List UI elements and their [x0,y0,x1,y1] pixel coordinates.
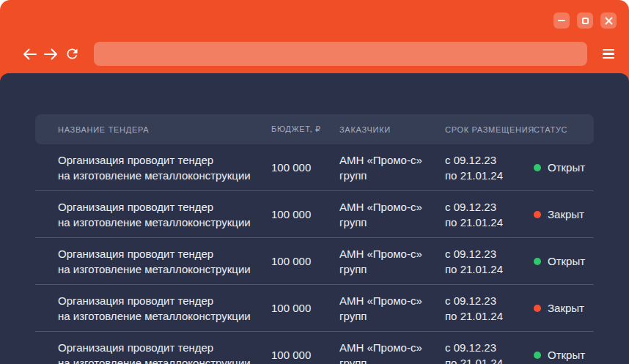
customer-line1: АМН «Промо-с» [339,246,445,261]
customer-cell: АМН «Промо-с» групп [339,199,445,230]
period-line2: по 21.01.24 [445,308,534,324]
period-cell: с 09.12.23 по 21.01.24 [445,246,534,277]
tender-name-cell: Организация проводит тендер на изготовле… [35,152,271,183]
period-cell: с 09.12.23 по 21.01.24 [445,152,534,183]
customer-line1: АМН «Промо-с» [339,340,445,355]
tender-name-line2: на изготовление металлоконструкции [58,355,271,364]
table-row[interactable]: Организация проводит тендер на изготовле… [35,191,594,238]
window-controls [553,12,617,29]
customer-cell: АМН «Промо-с» групп [339,246,445,277]
column-header-customers: ЗАКАЗЧИКИ [339,125,445,134]
period-line2: по 21.01.24 [445,168,534,183]
close-button[interactable] [600,12,617,29]
status-label: Открыт [548,253,585,269]
period-line1: с 09.12.23 [445,152,534,168]
maximize-button[interactable] [577,12,593,29]
customer-line2: групп [339,261,445,277]
close-icon [605,17,613,25]
status-dot [534,211,541,218]
period-line1: с 09.12.23 [445,199,534,215]
status-cell: Открыт [534,160,594,175]
tender-name-cell: Организация проводит тендер на изготовле… [35,340,271,364]
tender-name-line1: Организация проводит тендер [58,293,271,308]
tender-name-cell: Организация проводит тендер на изготовле… [35,293,271,324]
minimize-button[interactable] [553,12,570,29]
tender-name-line2: на изготовление металлоконструкции [58,261,271,277]
tender-name-line2: на изготовление металлоконструкции [58,215,271,230]
status-dot [534,164,541,171]
period-cell: с 09.12.23 по 21.01.24 [445,340,534,364]
period-cell: с 09.12.23 по 21.01.24 [445,199,534,230]
table-row[interactable]: Организация проводит тендер на изготовле… [35,144,594,191]
period-line1: с 09.12.23 [445,246,534,261]
address-bar-input[interactable] [94,42,587,66]
column-header-budget: БЮДЖЕТ, ₽ [271,125,339,134]
column-header-name: НАЗВАНИЕ ТЕНДЕРА [35,125,271,134]
navigation-bar [21,42,617,66]
status-cell: Закрыт [534,207,594,222]
customer-cell: АМН «Промо-с» групп [339,152,445,183]
hamburger-icon [603,49,614,51]
table-row[interactable]: Организация проводит тендер на изготовле… [35,285,594,332]
customer-line2: групп [339,215,445,230]
status-dot [534,258,541,265]
forward-button[interactable] [42,45,59,64]
customer-line1: АМН «Промо-с» [339,199,445,215]
budget-cell: 100 000 [271,253,339,269]
back-arrow-icon [23,48,37,60]
page-content: НАЗВАНИЕ ТЕНДЕРА БЮДЖЕТ, ₽ ЗАКАЗЧИКИ СРО… [0,73,629,364]
table-row[interactable]: Организация проводит тендер на изготовле… [35,332,594,364]
period-line2: по 21.01.24 [445,215,534,230]
customer-line1: АМН «Промо-с» [339,293,445,308]
budget-cell: 100 000 [271,160,339,175]
tender-name-line2: на изготовление металлоконструкции [58,168,271,183]
tender-name-line1: Организация проводит тендер [58,340,271,355]
period-cell: с 09.12.23 по 21.01.24 [445,293,534,324]
customer-line2: групп [339,168,445,183]
tender-name-line1: Организация проводит тендер [58,246,271,261]
status-cell: Открыт [534,253,594,269]
period-line1: с 09.12.23 [445,293,534,308]
tenders-table: НАЗВАНИЕ ТЕНДЕРА БЮДЖЕТ, ₽ ЗАКАЗЧИКИ СРО… [35,114,594,364]
table-body: Организация проводит тендер на изготовле… [35,144,594,364]
menu-button[interactable] [600,45,617,64]
table-row[interactable]: Организация проводит тендер на изготовле… [35,238,594,285]
column-header-period: СРОК РАЗМЕЩЕНИЯ [445,125,534,134]
status-dot [534,305,541,312]
status-dot [534,352,541,359]
customer-line1: АМН «Промо-с» [339,152,445,168]
tender-name-line1: Организация проводит тендер [58,152,271,168]
status-label: Открыт [548,347,585,363]
budget-cell: 100 000 [271,347,339,363]
browser-window: НАЗВАНИЕ ТЕНДЕРА БЮДЖЕТ, ₽ ЗАКАЗЧИКИ СРО… [0,0,629,364]
forward-arrow-icon [44,48,58,60]
status-label: Закрыт [548,300,584,316]
budget-cell: 100 000 [271,300,339,316]
status-cell: Открыт [534,347,594,363]
table-header: НАЗВАНИЕ ТЕНДЕРА БЮДЖЕТ, ₽ ЗАКАЗЧИКИ СРО… [35,114,594,144]
column-header-status: СТАТУС [534,125,594,134]
tender-name-cell: Организация проводит тендер на изготовле… [35,199,271,230]
period-line1: с 09.12.23 [445,340,534,355]
back-button[interactable] [21,45,38,64]
status-cell: Закрыт [534,300,594,316]
maximize-icon [582,18,589,24]
tender-name-line2: на изготовление металлоконструкции [58,308,271,324]
minimize-icon [558,20,565,21]
period-line2: по 21.01.24 [445,355,534,364]
customer-cell: АМН «Промо-с» групп [339,340,445,364]
status-label: Открыт [548,160,585,175]
tender-name-cell: Организация проводит тендер на изготовле… [35,246,271,277]
period-line2: по 21.01.24 [445,261,534,277]
customer-line2: групп [339,355,445,364]
customer-cell: АМН «Промо-с» групп [339,293,445,324]
status-label: Закрыт [548,207,584,222]
reload-icon [65,46,80,62]
budget-cell: 100 000 [271,207,339,222]
reload-button[interactable] [63,45,81,64]
customer-line2: групп [339,308,445,324]
titlebar [0,0,629,73]
tender-name-line1: Организация проводит тендер [58,199,271,215]
